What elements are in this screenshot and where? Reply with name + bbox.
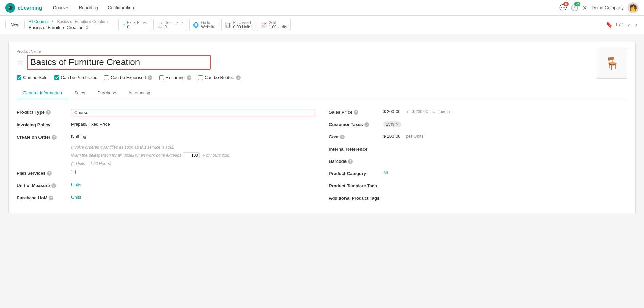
upsell-text-after: % of hours sold. <box>201 153 230 158</box>
plan-services-row: Plan Services ? <box>17 167 315 180</box>
can-be-expensed-help-icon[interactable]: ? <box>148 75 152 80</box>
create-on-order-label: Create on Order ? <box>17 134 71 140</box>
close-button[interactable]: ✕ <box>582 4 587 12</box>
tab-purchase[interactable]: Purchase <box>91 87 122 99</box>
tax-badge-remove-icon[interactable]: ✕ <box>396 122 399 127</box>
product-type-label: Product Type ? <box>17 109 71 115</box>
tab-general-information[interactable]: General Information <box>17 87 68 99</box>
incl-tax-label: (= $ 230.00 Incl. Taxes) <box>407 109 450 114</box>
checkboxes-row: Can be Sold Can be Purchased Can be Expe… <box>17 75 627 80</box>
additional-product-tags-value[interactable] <box>383 195 627 200</box>
can-be-purchased-label: Can be Purchased <box>61 75 98 80</box>
can-be-rented-checkbox[interactable]: Can be Rented ? <box>198 75 241 80</box>
recurring-checkbox[interactable]: Recurring ? <box>159 75 191 80</box>
activities-button[interactable]: 🕐 22 <box>571 4 578 12</box>
product-template-tags-row: Product Template Tags <box>329 180 627 192</box>
messages-badge: 6 <box>563 2 569 6</box>
internal-reference-value[interactable] <box>383 146 627 151</box>
form-right: Sales Price ? $ 200.00 (= $ 230.00 Incl.… <box>329 106 627 204</box>
invoicing-policy-value[interactable]: Prepaid/Fixed Price <box>71 122 315 127</box>
product-template-tags-value[interactable] <box>383 183 627 188</box>
can-be-rented-help-icon[interactable]: ? <box>236 75 241 80</box>
product-category-value[interactable]: All <box>383 170 627 175</box>
logo-icon: 🎓 <box>5 3 15 13</box>
nav-configuration[interactable]: Configuration <box>103 3 138 12</box>
product-template-tags-label: Product Template Tags <box>329 183 383 188</box>
product-type-value[interactable]: Course <box>71 109 315 116</box>
customer-taxes-help-icon[interactable]: ? <box>364 122 369 127</box>
sales-price-value[interactable]: $ 200.00 <box>383 109 401 114</box>
barcode-label: Barcode ? <box>329 158 383 164</box>
product-type-help-icon[interactable]: ? <box>46 110 51 115</box>
uom-help-icon[interactable]: ? <box>51 183 56 188</box>
tab-accounting[interactable]: Accounting <box>122 87 156 99</box>
can-be-purchased-checkbox[interactable]: Can be Purchased <box>54 75 98 80</box>
purchase-uom-help-icon[interactable]: ? <box>49 196 53 200</box>
invoice-hint: Invoice ordered quantities as soon as th… <box>17 143 315 151</box>
customer-taxes-row: Customer Taxes ? 15% ✕ <box>329 119 627 131</box>
customer-taxes-label: Customer Taxes ? <box>329 121 383 127</box>
uom-label: Unit of Measure ? <box>17 182 71 188</box>
messages-button[interactable]: 💬 6 <box>559 4 567 12</box>
recurring-label: Recurring <box>166 75 185 80</box>
breadcrumb-separator: / <box>52 19 53 24</box>
cost-value[interactable]: $ 200.00 <box>383 134 401 139</box>
product-name-input[interactable] <box>27 55 211 70</box>
product-image[interactable]: 🪑 <box>597 48 627 79</box>
extra-prices-label: Extra Prices 0 <box>127 20 147 29</box>
page-title-row: Basics of Furniture Creation ⚙ <box>29 25 109 30</box>
go-to-website-button[interactable]: 🌐 Go to Website <box>189 19 219 31</box>
next-page-button[interactable]: › <box>634 21 639 29</box>
documents-button[interactable]: 📄 Documents 0 <box>153 19 188 31</box>
upsell-threshold-input[interactable] <box>183 152 200 158</box>
tab-sales[interactable]: Sales <box>68 87 92 99</box>
upsell-text-before: Warn the salesperson for an upsell when … <box>71 153 181 158</box>
nav-courses[interactable]: Courses <box>49 3 74 12</box>
prev-page-button[interactable]: ‹ <box>627 21 631 29</box>
nav-links: Courses Reporting Configuration <box>49 3 552 12</box>
settings-icon[interactable]: ⚙ <box>85 25 89 30</box>
purchase-uom-value[interactable]: Units <box>71 195 315 200</box>
purchased-button[interactable]: 📊 Purchased 0.00 Units <box>221 19 255 31</box>
hours-hint: (1 Units = 1.00 Hours) <box>17 160 315 167</box>
plan-services-help-icon[interactable]: ? <box>47 171 52 176</box>
can-be-sold-checkbox[interactable]: Can be Sold <box>17 75 48 80</box>
cost-help-icon[interactable]: ? <box>340 135 345 139</box>
recurring-help-icon[interactable]: ? <box>187 75 191 80</box>
can-be-expensed-checkbox[interactable]: Can be Expensed ? <box>104 75 152 80</box>
uom-row: Unit of Measure ? Units <box>17 180 315 192</box>
sales-price-help-icon[interactable]: ? <box>354 110 358 115</box>
create-on-order-help-icon[interactable]: ? <box>52 135 57 140</box>
upsell-row: Warn the salesperson for an upsell when … <box>17 151 315 160</box>
barcode-row: Barcode ? <box>329 155 627 168</box>
barcode-help-icon[interactable]: ? <box>348 159 353 164</box>
favorite-star-icon[interactable]: ☆ <box>17 58 23 67</box>
nav-reporting[interactable]: Reporting <box>75 3 102 12</box>
form-card: Product Name ☆ 🪑 Can be Sold Can be Purc… <box>8 41 636 213</box>
app-logo[interactable]: 🎓 eLearning <box>5 3 42 13</box>
sold-button[interactable]: 📈 Sold 1.00 Units <box>257 19 291 31</box>
barcode-value[interactable] <box>383 158 627 163</box>
cost-value-row: $ 200.00 per Units <box>383 134 424 139</box>
extra-prices-button[interactable]: ≡ Extra Prices 0 <box>118 19 151 31</box>
create-on-order-value[interactable]: Nothing <box>71 134 315 139</box>
action-bar: New All Courses / Basics of Furniture Cr… <box>0 16 644 34</box>
internal-reference-label: Internal Reference <box>329 146 383 152</box>
can-be-expensed-label: Can be Expensed <box>111 75 146 80</box>
internal-reference-row: Internal Reference <box>329 143 627 155</box>
plan-services-checkbox[interactable] <box>71 170 76 174</box>
sales-price-row: Sales Price ? $ 200.00 (= $ 230.00 Incl.… <box>329 106 627 119</box>
user-avatar[interactable]: 🧑 <box>628 2 639 13</box>
per-unit-label: per Units <box>406 134 424 139</box>
company-name: Demo Company <box>592 5 624 10</box>
pagination-text: 1 / 1 <box>615 22 624 27</box>
sold-icon: 📈 <box>261 22 267 28</box>
page-title: Basics of Furniture Creation <box>29 25 83 30</box>
sales-price-label: Sales Price ? <box>329 109 383 115</box>
uom-value[interactable]: Units <box>71 182 315 187</box>
bookmark-icon[interactable]: 🔖 <box>606 21 613 28</box>
new-button[interactable]: New <box>5 20 25 29</box>
breadcrumb-parent[interactable]: All Courses <box>29 19 49 24</box>
cost-label: Cost ? <box>329 134 383 139</box>
product-name-row: ☆ 🪑 <box>17 55 627 70</box>
